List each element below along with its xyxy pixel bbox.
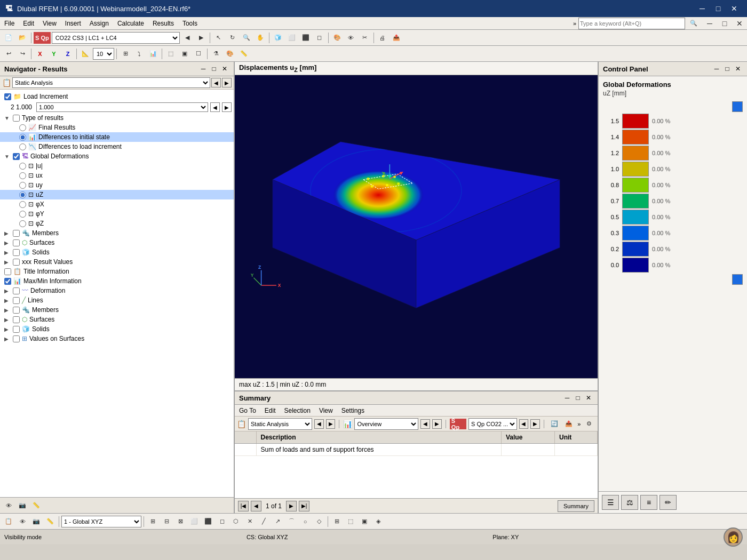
surfaces2-item[interactable]: ▶ ⬡ Surfaces — [0, 315, 234, 324]
values-surfaces-item[interactable]: ▶ ⊞ Values on Surfaces — [0, 334, 234, 343]
load-increment-check[interactable] — [4, 93, 11, 100]
diff-initial-radio[interactable] — [19, 134, 26, 141]
lines-check[interactable] — [13, 297, 20, 304]
summary-co-next-button[interactable]: ▶ — [530, 419, 540, 429]
color-button[interactable]: 🎨 — [224, 47, 236, 60]
panel-list-button[interactable]: ≡ — [640, 495, 657, 510]
summary-settings-button[interactable]: ⚙ — [583, 418, 595, 430]
uz-item[interactable]: ⊡ uZ — [0, 190, 234, 199]
phiz-item[interactable]: ⊡ φZ — [0, 219, 234, 228]
new-button[interactable]: 📄 — [2, 31, 15, 44]
menu-calculate[interactable]: Calculate — [113, 17, 148, 29]
display-button[interactable]: 👁 — [345, 31, 357, 44]
nav-measure2-button[interactable]: 📏 — [30, 499, 43, 512]
tb-view-btn9[interactable]: ╱ — [257, 515, 270, 528]
analysis-type-combo[interactable]: Static Analysis — [12, 77, 210, 88]
bottom-tb-btn3[interactable]: 📷 — [30, 515, 43, 528]
tb-view-btn5[interactable]: ⬛ — [202, 515, 214, 528]
loadcase-combo[interactable]: CO22 CS3 | LC1 + LC4 — [52, 32, 180, 44]
deformation-check[interactable] — [13, 287, 20, 294]
summary-menu-selection[interactable]: Selection — [280, 405, 315, 416]
render-button[interactable]: 🎨 — [331, 31, 344, 44]
summary-overview-combo[interactable]: Overview — [354, 418, 418, 430]
coord-system-combo[interactable]: 1 - Global XYZ — [61, 516, 141, 527]
nav-show-button[interactable]: 👁 — [2, 499, 15, 512]
result-values-check[interactable] — [13, 259, 20, 266]
diff-initial-item[interactable]: 📊 Differences to initial state — [0, 132, 234, 142]
page-prev-button[interactable]: ◀ — [251, 501, 261, 511]
deselect-button[interactable]: ☐ — [192, 47, 205, 60]
tb-grid-btn1[interactable]: ⊞ — [330, 515, 343, 528]
prev-loadcase-button[interactable]: ◀ — [181, 31, 194, 44]
summary-minimize[interactable]: ─ — [562, 393, 572, 403]
menu-assign[interactable]: Assign — [85, 17, 113, 29]
summary-maximize[interactable]: □ — [573, 393, 583, 403]
uz-radio[interactable] — [19, 191, 26, 198]
tb-view-btn1[interactable]: ⊞ — [146, 515, 159, 528]
nav-prev-button[interactable]: ◀ — [211, 78, 221, 87]
title-info-check[interactable] — [4, 268, 11, 275]
search-button[interactable]: 🔍 — [687, 17, 700, 30]
inc-next[interactable]: ▶ — [222, 102, 232, 112]
pan-button[interactable]: ✋ — [254, 31, 267, 44]
diff-increment-item[interactable]: 📉 Differences to load increment — [0, 142, 234, 151]
u-abs-radio[interactable] — [19, 163, 26, 170]
page-next-button[interactable]: ▶ — [286, 501, 297, 511]
z-axis-button[interactable]: Z — [61, 47, 74, 60]
navigator-close[interactable]: ✕ — [220, 64, 229, 74]
phiy-radio[interactable] — [19, 211, 26, 218]
deformation-item[interactable]: ▶ 〰 Deformation — [0, 286, 234, 295]
section-button[interactable]: ✂ — [359, 31, 371, 44]
tb-view-btn12[interactable]: ○ — [299, 515, 312, 528]
summary-menu-settings[interactable]: Settings — [337, 405, 369, 416]
zoom-button[interactable]: 🔍 — [240, 31, 253, 44]
measure-button[interactable]: 📏 — [237, 47, 250, 60]
panel-minimize[interactable]: ─ — [712, 64, 721, 74]
result-display-button[interactable]: 📊 — [147, 47, 160, 60]
panel-close[interactable]: ✕ — [733, 64, 743, 74]
summary-ov-next-button[interactable]: ▶ — [432, 419, 442, 429]
summary-export-button[interactable]: 📤 — [563, 418, 576, 430]
maxmin-info-check[interactable] — [4, 278, 11, 285]
menu-view[interactable]: View — [38, 17, 61, 29]
nav-camera-button[interactable]: 📷 — [16, 499, 29, 512]
sub-close-button[interactable]: ✕ — [732, 16, 747, 31]
export-button[interactable]: 📤 — [390, 31, 403, 44]
summary-prev-button[interactable]: ◀ — [314, 419, 324, 429]
bottom-tb-btn4[interactable]: 📏 — [44, 515, 57, 528]
nav-next-button[interactable]: ▶ — [222, 78, 232, 87]
open-button[interactable]: 📂 — [16, 31, 29, 44]
panel-scale-button[interactable]: ⚖ — [621, 495, 638, 510]
summary-close[interactable]: ✕ — [584, 393, 593, 403]
close-button[interactable]: ✕ — [727, 1, 742, 16]
summary-co-prev-button[interactable]: ◀ — [519, 419, 529, 429]
title-info-item[interactable]: 📋 Title Information — [0, 267, 234, 276]
page-first-button[interactable]: |◀ — [238, 501, 249, 511]
result-values-item[interactable]: ▶ xxx Result Values — [0, 257, 234, 267]
summary-menu-edit[interactable]: Edit — [260, 405, 280, 416]
view-front-button[interactable]: ⬜ — [285, 31, 298, 44]
tb-view-btn2[interactable]: ⊟ — [160, 515, 173, 528]
summary-ov-prev-button[interactable]: ◀ — [420, 419, 430, 429]
tb-view-btn3[interactable]: ⊠ — [174, 515, 187, 528]
global-deform-item[interactable]: ▼ 🏗 Global Deformations — [0, 151, 234, 161]
final-results-radio[interactable] — [19, 124, 26, 131]
view-top-button[interactable]: ⬛ — [299, 31, 312, 44]
menu-edit[interactable]: Edit — [19, 17, 38, 29]
filter-button[interactable]: ⚗ — [210, 47, 222, 60]
summary-menu-view[interactable]: View — [315, 405, 337, 416]
summary-button[interactable]: Summary — [558, 500, 594, 512]
zoom-level-combo[interactable]: 10 — [93, 48, 114, 60]
ux-radio[interactable] — [19, 172, 26, 179]
solids2-check[interactable] — [13, 326, 20, 333]
print-button[interactable]: 🖨 — [376, 31, 389, 44]
page-last-button[interactable]: ▶| — [299, 501, 309, 511]
members2-item[interactable]: ▶ 🔩 Members — [0, 305, 234, 315]
tb-grid-btn3[interactable]: ▣ — [358, 515, 371, 528]
rotate-button[interactable]: ↻ — [226, 31, 239, 44]
solids-check[interactable] — [13, 249, 20, 256]
select-button[interactable]: ⬚ — [164, 47, 177, 60]
summary-filter-button[interactable]: 🔄 — [548, 418, 561, 430]
uy-item[interactable]: ⊡ uy — [0, 180, 234, 190]
maxmin-info-item[interactable]: 📊 Max/Min Information — [0, 276, 234, 286]
